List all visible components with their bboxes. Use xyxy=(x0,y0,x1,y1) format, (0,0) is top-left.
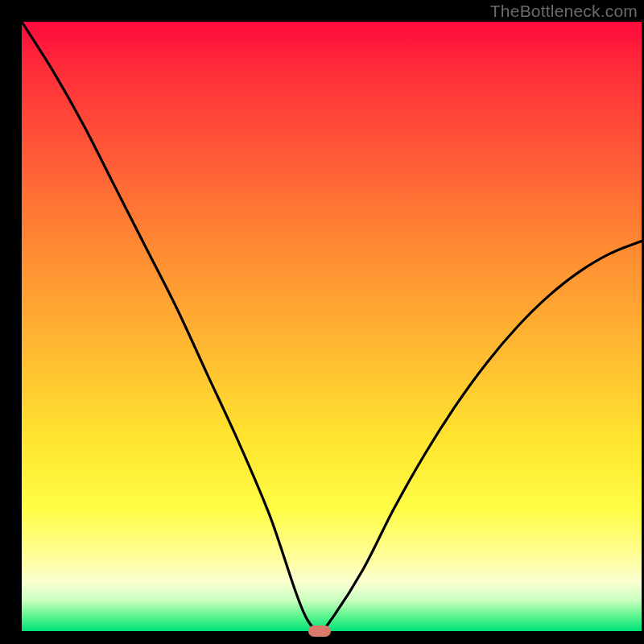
chart-frame: TheBottleneck.com xyxy=(0,0,644,644)
min-marker xyxy=(308,625,331,637)
plot-area xyxy=(22,22,642,631)
watermark-text: TheBottleneck.com xyxy=(490,2,638,21)
bottleneck-curve xyxy=(22,22,642,631)
curve-path xyxy=(22,22,642,631)
